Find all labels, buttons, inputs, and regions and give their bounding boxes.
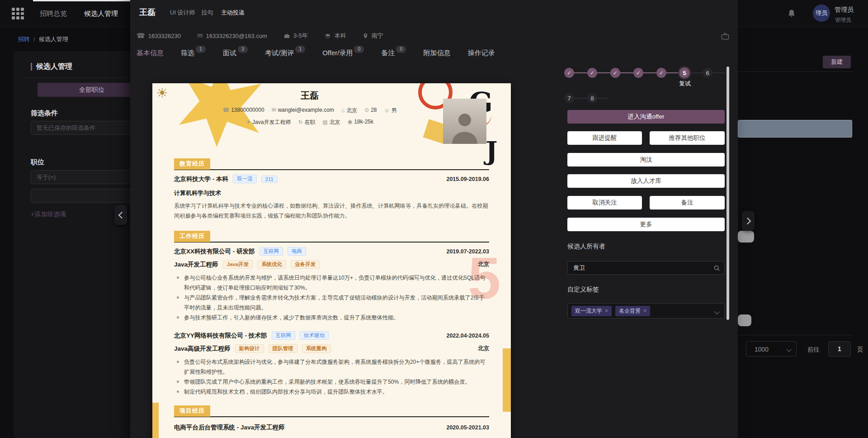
resume-bullet: 参与公司核心业务系统的开发与维护，该系统日均处理订单量达10万+，负责订单模块的…: [174, 273, 489, 293]
yellow-bar-decoration: [503, 348, 511, 412]
more-button[interactable]: 更多: [567, 218, 725, 231]
location-pin-icon: [363, 33, 368, 39]
age-icon: ⊙: [364, 107, 369, 113]
title-accent-bar: [31, 63, 32, 71]
role-tag: 架构设计: [235, 344, 264, 353]
job-bullets: 负责公司分布式系统架构设计与优化，参与搭建了分布式微服务架构，将系统服务模块拆分…: [174, 357, 489, 397]
tab-operation-log[interactable]: 操作记录: [467, 49, 495, 57]
note-button[interactable]: 备注: [650, 196, 725, 209]
company-tag: 电商: [288, 247, 306, 256]
section-education: 教育经历: [174, 158, 489, 170]
education-row: 北京科技大学 - 本科 双一流 211 2015.09-2019.06: [174, 175, 489, 183]
all-positions-button[interactable]: 全部职位: [38, 83, 146, 97]
job-date: 2022.04-2024.05: [446, 333, 489, 339]
tag-chip: 名企背景: [615, 306, 650, 316]
tag-remove-icon[interactable]: [605, 308, 608, 314]
step-done[interactable]: [587, 68, 597, 78]
tag-remove-icon[interactable]: [643, 308, 646, 314]
company-tag: 技术驱动: [300, 331, 329, 340]
resume-info-row1: ☎13800000000 ✉wanglei@example.com ⌂北京 ⊙2…: [165, 107, 454, 114]
job-title: Java高级开发工程师: [174, 345, 231, 353]
education-tag: 双一流: [233, 175, 257, 183]
mail-icon: ✉: [272, 107, 276, 113]
drawer-scrollbar[interactable]: [726, 67, 729, 320]
enter-offer-button[interactable]: 进入沟通offer: [567, 110, 725, 124]
add-filter-link[interactable]: +添加筛选项: [31, 210, 66, 219]
phone-icon: ☎: [222, 107, 229, 113]
resume-name: 王磊: [174, 90, 445, 102]
tag-chip: 双一流大学: [571, 306, 612, 316]
company-tag: 互联网: [272, 331, 296, 340]
step-done[interactable]: [656, 68, 666, 78]
new-button[interactable]: 新建: [823, 56, 851, 68]
tab-interview[interactable]: 面试3: [223, 49, 248, 57]
resume-bullet: 制定代码规范和技术文档，组织团队内部技术分享与培训，提升团队整体技术水平。: [174, 387, 489, 397]
owner-input[interactable]: [568, 262, 724, 274]
step-done[interactable]: [610, 68, 620, 78]
sidebar-collapse-button[interactable]: [114, 205, 127, 225]
yellow-bar-decoration: [152, 403, 159, 438]
custom-tags-select[interactable]: 双一流大学 名企背景: [567, 303, 725, 319]
school-name: 北京科技大学 - 本科: [174, 175, 228, 183]
divider: [738, 335, 854, 335]
notification-bell-icon[interactable]: [787, 9, 797, 19]
drawer-expand-button[interactable]: [742, 211, 755, 231]
app-grid-icon[interactable]: [12, 8, 24, 19]
tab-badge: 1: [295, 46, 305, 53]
chevron-down-icon: [786, 347, 791, 352]
page-size-select[interactable]: 1000: [746, 341, 797, 357]
briefcase-icon[interactable]: [721, 32, 730, 43]
company-name: 北京XX科技有限公司 - 研发部: [174, 248, 255, 256]
chevron-down-icon: [714, 309, 719, 314]
tab-additional-info[interactable]: 附加信息: [423, 49, 450, 57]
resume-bullet: 负责公司分布式系统架构设计与优化，参与搭建了分布式微服务架构，将系统服务模块拆分…: [174, 357, 489, 377]
screen: 招聘总览 候选人管理 理员 管理员 管理员 招聘/候选人管理 候选人管理 全部职…: [0, 0, 868, 438]
candidate-position: UI 设计师: [170, 9, 195, 16]
briefcase-icon: [283, 33, 290, 39]
step-done[interactable]: [564, 68, 574, 78]
step-upcoming[interactable]: 6: [703, 68, 712, 78]
selected-table-row[interactable]: [738, 120, 852, 138]
step-current[interactable]: 5: [679, 68, 689, 78]
major: 计算机科学与技术: [174, 189, 221, 197]
mail-icon: ✉: [197, 32, 203, 40]
tab-badge: 0: [396, 46, 406, 53]
step-done[interactable]: [633, 68, 643, 78]
tab-badge: 0: [354, 46, 364, 53]
breadcrumb-recruit[interactable]: 招聘: [18, 36, 30, 43]
talent-pool-button[interactable]: 放入人才库: [567, 174, 725, 188]
unfollow-button[interactable]: 取消关注: [567, 196, 642, 209]
candidate-subtitle: UI 设计师 拉勾 主动投递: [170, 9, 245, 17]
company-tag: 互联网: [259, 247, 283, 256]
nav-tab-candidate-management[interactable]: 候选人管理: [84, 0, 118, 27]
tab-notes[interactable]: 备注0: [381, 49, 406, 57]
status-icon: ↻: [298, 119, 302, 125]
contact-phone: ☎1633326230: [137, 32, 181, 40]
follow-up-reminder-button[interactable]: 跟进提醒: [567, 131, 642, 145]
contact-education: 本科: [324, 32, 346, 40]
nav-tab-recruit-overview[interactable]: 招聘总览: [40, 0, 67, 27]
role-tag: Java开发: [223, 260, 253, 269]
job-role-row: Java高级开发工程师 架构设计 团队管理 系统重构 北京: [174, 344, 489, 353]
detail-tabs: 基本信息 筛选1 面试3 考试/测评1 Offer/录用0 备注0 附加信息 操…: [137, 49, 495, 57]
resume-preview: ☀ G J 5 王磊 ☎13800000000 ✉wanglei@example…: [152, 83, 511, 438]
tab-badge: 1: [196, 46, 206, 53]
search-icon[interactable]: [713, 265, 720, 273]
tab-basic-info[interactable]: 基本信息: [137, 49, 164, 57]
step-upcoming[interactable]: 8: [587, 93, 597, 103]
tab-assessment[interactable]: 考试/测评1: [265, 49, 305, 57]
job-city: 北京: [478, 261, 489, 268]
sun-icon: ☀: [156, 85, 168, 101]
page-number-input[interactable]: [828, 341, 851, 357]
job-city: 北京: [478, 345, 489, 352]
tab-screening[interactable]: 筛选1: [181, 49, 206, 57]
recommend-other-position-button[interactable]: 推荐其他职位: [650, 131, 725, 145]
step-upcoming[interactable]: 7: [564, 93, 574, 103]
project-date: 2020.05-2021.03: [446, 424, 489, 431]
avatar[interactable]: 理员: [813, 5, 830, 22]
pipeline-steps-row2: 7 8: [564, 93, 609, 103]
tab-offer[interactable]: Offer/录用0: [322, 49, 364, 57]
saved-filter-placeholder: 暂无已保存的筛选条件: [37, 124, 95, 131]
eliminate-button[interactable]: 淘汰: [567, 153, 725, 167]
job-role-row: Java开发工程师 Java开发 系统优化 业务开发 北京: [174, 260, 489, 269]
